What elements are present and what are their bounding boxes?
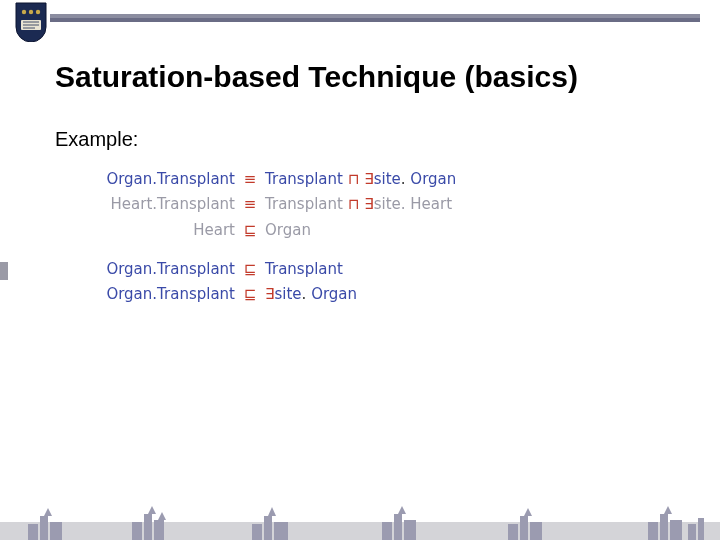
svg-rect-18: [274, 522, 288, 540]
svg-marker-19: [268, 507, 276, 516]
sqcap-symbol: ⊓: [348, 170, 360, 188]
sqsubset-symbol: ⊑: [241, 258, 259, 281]
equiv-symbol: ≡: [241, 168, 259, 191]
footer: [0, 502, 720, 540]
axiom-1: Organ.Transplant ≡ Transplant ⊓ ∃site. O…: [75, 168, 456, 191]
svg-rect-24: [508, 524, 518, 540]
svg-rect-25: [520, 516, 528, 540]
svg-rect-7: [28, 524, 38, 540]
concept-heart-transplant: Heart.Transplant: [111, 195, 235, 213]
svg-marker-10: [44, 508, 52, 516]
concept-transplant: Transplant: [265, 260, 343, 278]
formula-block: Organ.Transplant ≡ Transplant ⊓ ∃site. O…: [75, 168, 456, 308]
svg-point-2: [36, 10, 40, 14]
concept-organ: Organ: [311, 285, 357, 303]
role-site: site: [374, 195, 401, 213]
derived-1: Organ.Transplant ⊑ Transplant: [75, 258, 456, 281]
page-title: Saturation-based Technique (basics): [55, 60, 700, 94]
svg-rect-8: [40, 516, 48, 540]
svg-rect-16: [252, 524, 262, 540]
svg-marker-31: [664, 506, 672, 514]
svg-rect-11: [132, 522, 142, 540]
sqcap-symbol: ⊓: [348, 195, 360, 213]
svg-rect-13: [154, 520, 164, 540]
svg-rect-12: [144, 514, 152, 540]
svg-marker-15: [158, 512, 166, 520]
axiom-2: Heart.Transplant ≡ Transplant ⊓ ∃site. H…: [75, 193, 456, 216]
svg-marker-23: [398, 506, 406, 514]
role-site: site: [374, 170, 401, 188]
svg-marker-27: [524, 508, 532, 516]
exists-symbol: ∃: [364, 195, 373, 213]
concept-organ: Organ: [265, 221, 311, 239]
crest-logo: [15, 2, 47, 42]
equiv-symbol: ≡: [241, 193, 259, 216]
svg-marker-14: [148, 506, 156, 514]
header-bar: [50, 14, 700, 22]
svg-rect-22: [404, 520, 416, 540]
svg-rect-9: [50, 522, 62, 540]
side-tab: [0, 262, 8, 280]
svg-rect-32: [688, 524, 696, 540]
concept-organ-transplant: Organ.Transplant: [106, 170, 235, 188]
svg-point-0: [22, 10, 26, 14]
svg-rect-26: [530, 522, 542, 540]
concept-organ: Organ: [410, 170, 456, 188]
svg-rect-30: [670, 520, 682, 540]
header-bar-inner: [50, 18, 700, 22]
svg-rect-20: [382, 522, 392, 540]
sqsubset-symbol: ⊑: [241, 219, 259, 242]
example-label: Example:: [55, 128, 138, 151]
concept-transplant: Transplant: [265, 170, 343, 188]
dot: .: [401, 170, 406, 188]
concept-heart: Heart: [410, 195, 452, 213]
svg-rect-29: [660, 514, 668, 540]
role-site: site: [274, 285, 301, 303]
concept-transplant: Transplant: [265, 195, 343, 213]
derived-2: Organ.Transplant ⊑ ∃site. Organ: [75, 283, 456, 306]
sqsubset-symbol: ⊑: [241, 283, 259, 306]
svg-rect-21: [394, 514, 402, 540]
svg-rect-17: [264, 516, 272, 540]
svg-rect-28: [648, 522, 658, 540]
concept-organ-transplant: Organ.Transplant: [106, 260, 235, 278]
svg-rect-33: [698, 518, 704, 540]
concept-organ-transplant: Organ.Transplant: [106, 285, 235, 303]
skyline-graphic: [0, 502, 720, 540]
svg-point-1: [29, 10, 33, 14]
concept-heart: Heart: [193, 221, 235, 239]
dot: .: [302, 285, 307, 303]
exists-symbol: ∃: [364, 170, 373, 188]
axiom-3: Heart ⊑ Organ: [75, 219, 456, 242]
dot: .: [401, 195, 406, 213]
